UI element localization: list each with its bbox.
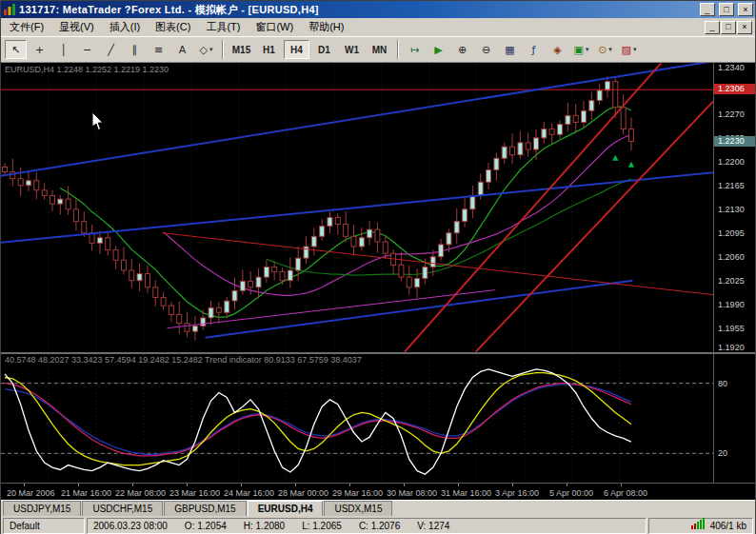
timeframe-mn-button[interactable]: MN	[367, 40, 392, 59]
period-selector-button[interactable]: ⊙▾	[594, 40, 616, 59]
time-label: 23 Mar 16:00	[169, 488, 220, 498]
time-tick	[458, 484, 459, 486]
menu-bar: 文件(F)显视(V)插入(I)图表(C)工具(T)窗口(W)帮助(H) _ □ …	[1, 18, 755, 36]
time-tick	[132, 484, 133, 486]
restore-button[interactable]: □	[719, 3, 734, 16]
price-chart-canvas[interactable]	[1, 63, 713, 352]
tile-windows-button[interactable]: ▦	[499, 40, 521, 59]
horizontal-line-button[interactable]: ─	[76, 40, 98, 59]
menu-help[interactable]: 帮助(H)	[301, 18, 351, 36]
menu-insert[interactable]: 插入(I)	[102, 18, 148, 36]
timeframe-h1-button[interactable]: H1	[256, 40, 282, 59]
toolbar: ↖+│─╱∥≡A◇▾M15H1H4D1W1MN↦▶⊕⊖▦ƒ◈▣▾⊙▾▨▾	[1, 36, 755, 63]
cursor-button[interactable]: ↖	[5, 40, 27, 59]
auto-scroll-button[interactable]: ▶	[428, 40, 449, 59]
price-label: 1.2270	[718, 109, 745, 119]
trendline-button[interactable]: ╱	[100, 40, 122, 59]
timeframe-mn-icon: MN	[372, 45, 388, 55]
price-label: 1.2060	[718, 252, 745, 262]
toolbar-separator	[397, 40, 399, 59]
time-label: 3 Apr 16:00	[495, 488, 539, 498]
text-label-icon: A	[179, 44, 187, 56]
price-label: 1.1920	[718, 343, 745, 352]
chart-tab-bar: USDJPY,M15USDCHF,M15GBPUSD,M15EURUSD,H4U…	[1, 500, 755, 516]
tab-usdchf-m15[interactable]: USDCHF,M15	[82, 501, 163, 516]
timeframe-d1-icon: D1	[318, 45, 330, 55]
new-order-button[interactable]: ◈	[547, 40, 568, 59]
profile-selector[interactable]: Default	[3, 518, 85, 534]
price-label: 1.2095	[718, 228, 745, 238]
price-label: 1.1955	[718, 324, 745, 333]
timeframe-h4-button[interactable]: H4	[284, 40, 309, 59]
status-high: H: 1.2080	[244, 519, 285, 533]
time-label: 29 Mar 16:00	[332, 488, 383, 498]
time-tick	[295, 484, 296, 486]
crosshair-icon: +	[35, 44, 44, 56]
close-button[interactable]: ×	[738, 3, 753, 16]
timeframe-d1-button[interactable]: D1	[311, 40, 337, 59]
minimize-button[interactable]: _	[700, 3, 715, 16]
time-label: 31 Mar 16:00	[441, 488, 491, 498]
timeframe-h4-icon: H4	[290, 45, 303, 55]
chevron-down-icon: ▾	[586, 46, 589, 53]
zoom-out-icon: ⊖	[482, 44, 490, 56]
title-bar: 131717: MetaTrader ?Forex Ltd. - 模拟帐户 - …	[1, 1, 755, 18]
time-axis[interactable]: 20 Mar 200621 Mar 16:0022 Mar 08:0023 Ma…	[1, 483, 755, 500]
indicator-list-button[interactable]: ƒ	[523, 40, 545, 59]
menu-window[interactable]: 窗口(W)	[248, 18, 301, 36]
tab-usdjpy-m15[interactable]: USDJPY,M15	[3, 501, 81, 516]
zoom-out-button[interactable]: ⊖	[475, 40, 497, 59]
tile-windows-icon: ▦	[505, 44, 514, 56]
tab-eurusd-h4[interactable]: EURUSD,H4	[248, 501, 324, 516]
vertical-line-button[interactable]: │	[52, 40, 74, 59]
time-tick	[567, 484, 567, 486]
zoom-in-button[interactable]: ⊕	[451, 40, 473, 59]
timeframe-m15-button[interactable]: M15	[229, 40, 254, 59]
arrow-objects-button[interactable]: ◇▾	[195, 40, 217, 59]
equidistant-channel-button[interactable]: ∥	[124, 40, 146, 59]
app-icon	[3, 3, 16, 16]
template-selector-button[interactable]: ▨▾	[618, 40, 640, 59]
status-close: C: 1.2076	[359, 519, 400, 533]
menu-file[interactable]: 文件(F)	[2, 18, 51, 36]
time-tick	[187, 484, 188, 486]
equidistant-channel-icon: ∥	[132, 44, 138, 56]
time-label: 21 Mar 16:00	[61, 488, 111, 498]
chevron-down-icon: ▾	[209, 46, 213, 53]
crosshair-button[interactable]: +	[29, 40, 50, 59]
chart-area: EURUSD,H4 1.2248 1.2252 1.2219 1.2230 1.…	[1, 63, 755, 500]
mdi-minimize-button[interactable]: _	[705, 21, 720, 34]
menu-charts[interactable]: 图表(C)	[148, 18, 198, 36]
time-label: 28 Mar 00:00	[278, 488, 328, 498]
time-tick	[349, 484, 350, 486]
new-chart-button[interactable]: ▣▾	[570, 40, 592, 59]
connection-panel: 406/1 kb	[648, 518, 753, 534]
status-low: L: 1.2065	[302, 519, 342, 533]
chart-shift-button[interactable]: ↦	[404, 40, 426, 59]
menu-tools[interactable]: 工具(T)	[198, 18, 248, 36]
tab-gbpusd-m15[interactable]: GBPUSD,M15	[164, 501, 246, 516]
indicator-panel: 40.5748 48.2027 33.3423 57.4594 19.2482 …	[1, 354, 755, 483]
new-order-icon: ◈	[553, 44, 561, 56]
last-price-tag: 1.2230	[714, 136, 755, 147]
time-tick	[241, 484, 242, 486]
status-volume: V: 1274	[417, 519, 449, 533]
tab-usdx-m15[interactable]: USDX,M15	[324, 501, 392, 516]
mdi-restore-button[interactable]: □	[721, 21, 736, 34]
timeframe-h1-icon: H1	[263, 45, 275, 55]
fibonacci-retracement-button[interactable]: ≡	[148, 40, 169, 59]
mdi-close-button[interactable]: ×	[737, 21, 752, 34]
timeframe-w1-button[interactable]: W1	[339, 40, 365, 59]
price-label: 1.2200	[718, 157, 745, 167]
time-tick	[621, 484, 622, 486]
chart-shift-icon: ↦	[410, 44, 419, 56]
indicator-chart-canvas[interactable]	[1, 354, 713, 483]
horizontal-line-icon: ─	[84, 44, 90, 56]
menu-view[interactable]: 显视(V)	[51, 18, 102, 36]
metatrader-window: 131717: MetaTrader ?Forex Ltd. - 模拟帐户 - …	[0, 0, 756, 534]
indicator-list-icon: ƒ	[532, 44, 536, 56]
status-open: O: 1.2054	[185, 519, 227, 533]
price-scale[interactable]: 1.23401.23051.22701.22351.22001.21651.21…	[713, 63, 755, 352]
indicator-scale[interactable]: 8020	[713, 354, 755, 483]
text-label-button[interactable]: A	[171, 40, 193, 59]
